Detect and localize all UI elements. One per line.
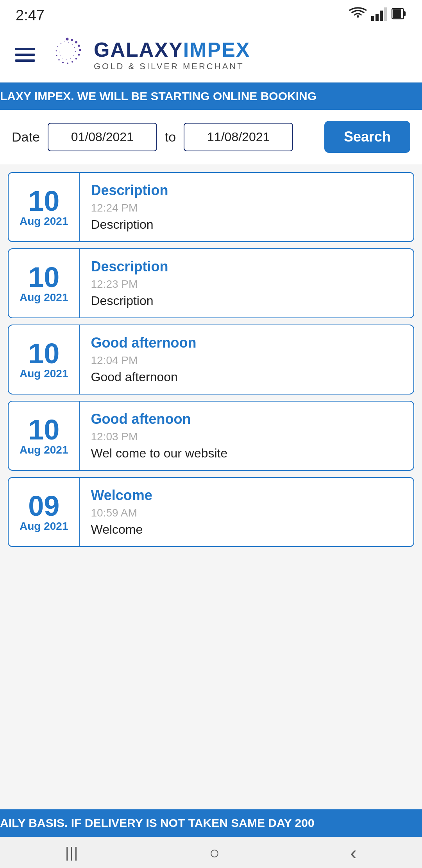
svg-point-19 — [56, 50, 57, 52]
svg-point-9 — [75, 41, 77, 43]
from-date-input[interactable] — [48, 123, 157, 151]
status-bar: 2:47 — [0, 0, 422, 27]
svg-point-20 — [57, 46, 58, 47]
home-button[interactable]: ○ — [209, 843, 220, 863]
search-button[interactable]: Search — [324, 121, 410, 153]
notif-day: 10 — [28, 263, 59, 291]
notif-title: Good aftenoon — [91, 411, 228, 427]
svg-point-24 — [72, 44, 73, 45]
notif-content: Description 12:24 PM Description — [80, 173, 179, 241]
to-date-input[interactable] — [184, 123, 293, 151]
notif-title: Welcome — [91, 487, 152, 504]
svg-point-13 — [75, 58, 77, 59]
notification-card[interactable]: 10 Aug 2021 Description 12:23 PM Descrip… — [8, 248, 414, 318]
notif-month-year: Aug 2021 — [20, 291, 68, 304]
svg-point-27 — [73, 55, 74, 56]
date-to-label: to — [165, 129, 176, 145]
notif-month-year: Aug 2021 — [20, 215, 68, 228]
back-button[interactable]: ‹ — [350, 841, 357, 864]
logo-impex: IMPEX — [183, 38, 250, 61]
logo-galaxy: GALAXY — [94, 38, 183, 61]
logo-subtitle: GOLD & SILVER MERCHANT — [94, 61, 250, 72]
notif-content: Good afternoon 12:04 PM Good afternoon — [80, 325, 207, 394]
bottom-banner-text: AILY BASIS. IF DELIVERY IS NOT TAKEN SAM… — [0, 816, 315, 830]
bottom-nav: ||| ○ ‹ — [0, 837, 422, 868]
date-filter-bar: Date to Search — [0, 110, 422, 164]
top-banner: LAXY IMPEX. WE WILL BE STARTING ONLINE B… — [0, 82, 422, 110]
notif-month-year: Aug 2021 — [20, 444, 68, 456]
top-banner-text: LAXY IMPEX. WE WILL BE STARTING ONLINE B… — [0, 90, 316, 103]
svg-rect-0 — [371, 16, 374, 21]
svg-point-16 — [62, 62, 64, 63]
bottom-banner: AILY BASIS. IF DELIVERY IS NOT TAKEN SAM… — [0, 809, 422, 837]
notification-card[interactable]: 10 Aug 2021 Description 12:24 PM Descrip… — [8, 172, 414, 242]
notif-content: Description 12:23 PM Description — [80, 249, 179, 317]
svg-point-8 — [71, 39, 73, 41]
notif-title: Description — [91, 258, 168, 275]
notif-date: 10 Aug 2021 — [9, 249, 80, 317]
svg-point-22 — [64, 41, 65, 42]
notifications-list: 10 Aug 2021 Description 12:24 PM Descrip… — [0, 164, 422, 555]
notif-date: 10 Aug 2021 — [9, 402, 80, 470]
svg-rect-2 — [380, 11, 383, 21]
svg-point-32 — [59, 52, 59, 52]
notif-body: Description — [91, 217, 168, 232]
notif-body: Good afternoon — [91, 370, 197, 384]
notif-date: 10 Aug 2021 — [9, 325, 80, 394]
notif-day: 10 — [28, 416, 59, 444]
notif-title: Good afternoon — [91, 335, 197, 351]
notif-date: 09 Aug 2021 — [9, 478, 80, 546]
svg-point-29 — [66, 59, 67, 60]
notif-day: 10 — [28, 187, 59, 215]
menu-button[interactable] — [12, 45, 38, 65]
svg-rect-1 — [376, 14, 379, 21]
notif-day: 09 — [28, 492, 59, 520]
svg-point-17 — [58, 59, 60, 61]
notif-time: 12:04 PM — [91, 354, 197, 367]
svg-point-23 — [68, 42, 69, 43]
svg-point-12 — [78, 54, 80, 56]
notif-title: Description — [91, 182, 168, 199]
svg-point-26 — [75, 51, 76, 52]
status-time: 2:47 — [16, 7, 45, 24]
svg-rect-6 — [393, 9, 401, 18]
notif-content: Good aftenoon 12:03 PM Wel come to our w… — [80, 402, 239, 470]
wifi-icon — [349, 7, 367, 24]
svg-point-15 — [67, 63, 68, 64]
notification-card[interactable]: 09 Aug 2021 Welcome 10:59 AM Welcome — [8, 477, 414, 547]
notif-body: Welcome — [91, 522, 152, 537]
battery-icon — [392, 7, 406, 24]
logo-text: GALAXY IMPEX GOLD & SILVER MERCHANT — [94, 38, 250, 72]
signal-icon — [371, 7, 387, 24]
notif-time: 12:23 PM — [91, 278, 168, 291]
svg-point-21 — [61, 43, 61, 44]
notif-day: 10 — [28, 339, 59, 368]
svg-point-14 — [72, 61, 73, 63]
svg-rect-3 — [384, 7, 387, 21]
notif-time: 12:03 PM — [91, 430, 228, 443]
notif-body: Description — [91, 294, 168, 308]
svg-point-18 — [56, 55, 57, 56]
status-icons — [349, 7, 406, 24]
notif-content: Welcome 10:59 AM Welcome — [80, 478, 163, 546]
notification-card[interactable]: 10 Aug 2021 Good aftenoon 12:03 PM Wel c… — [8, 401, 414, 471]
recent-apps-button[interactable]: ||| — [65, 845, 79, 861]
svg-point-31 — [60, 55, 60, 56]
date-filter-label: Date — [12, 129, 40, 145]
svg-point-7 — [66, 38, 69, 41]
logo: GALAXY IMPEX GOLD & SILVER MERCHANT — [48, 35, 250, 74]
notif-month-year: Aug 2021 — [20, 520, 68, 533]
notif-time: 12:24 PM — [91, 202, 168, 214]
notif-date: 10 Aug 2021 — [9, 173, 80, 241]
svg-point-25 — [74, 47, 75, 48]
svg-point-28 — [70, 58, 71, 59]
notif-time: 10:59 AM — [91, 507, 152, 519]
logo-spiral-icon — [48, 35, 87, 74]
svg-point-10 — [78, 45, 80, 47]
svg-point-11 — [79, 49, 81, 51]
notif-body: Wel come to our website — [91, 446, 228, 461]
notification-card[interactable]: 10 Aug 2021 Good afternoon 12:04 PM Good… — [8, 325, 414, 395]
notif-month-year: Aug 2021 — [20, 368, 68, 380]
svg-rect-5 — [404, 11, 406, 16]
app-header: GALAXY IMPEX GOLD & SILVER MERCHANT — [0, 27, 422, 82]
